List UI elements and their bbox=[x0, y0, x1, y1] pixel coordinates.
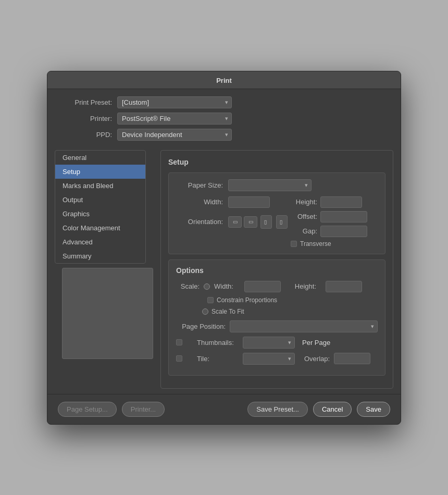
panel-title: Setup bbox=[168, 158, 385, 166]
page-position-label: Page Position: bbox=[176, 323, 226, 330]
dialog-title: Print bbox=[216, 77, 232, 84]
printer-row: Printer: PostScript® File bbox=[60, 113, 388, 125]
paper-size-section: Paper Size: Width: bbox=[168, 172, 385, 254]
print-preset-select[interactable]: [Custom] bbox=[117, 96, 232, 108]
offset-spinner: ▲ ▼ bbox=[320, 211, 367, 222]
sidebar: General Setup Marks and Bleed Output Gra… bbox=[55, 150, 146, 264]
scale-to-fit-row: Scale To Fit bbox=[202, 308, 378, 315]
footer-right: Save Preset... Cancel Save bbox=[247, 402, 390, 417]
gap-row: Gap: ▲ ▼ bbox=[294, 226, 367, 237]
printer-select-wrapper: PostScript® File bbox=[117, 113, 232, 125]
per-page-label: Per Page bbox=[302, 339, 330, 346]
orient-landscape-flip-btn[interactable]: ▭ bbox=[276, 215, 288, 229]
print-preset-row: Print Preset: [Custom] bbox=[60, 96, 388, 108]
thumbnails-checkbox[interactable] bbox=[176, 339, 182, 345]
page-position-select[interactable] bbox=[230, 320, 378, 332]
footer: Page Setup... Printer... Save Preset... … bbox=[47, 394, 401, 424]
scale-row: Scale: Width: Height: bbox=[176, 281, 378, 292]
orient-portrait-flip-btn[interactable]: ▭ bbox=[244, 216, 257, 228]
gap-spinner: ▲ ▼ bbox=[320, 226, 367, 237]
width-row: Width: bbox=[176, 196, 289, 208]
thumbnails-select[interactable] bbox=[243, 337, 295, 349]
orientation-buttons: ▭ ▭ ▭ ▭ bbox=[228, 216, 289, 228]
main-content: General Setup Marks and Bleed Output Gra… bbox=[55, 150, 393, 389]
cancel-button[interactable]: Cancel bbox=[313, 402, 352, 417]
scale-label: Scale: bbox=[176, 282, 200, 290]
tile-checkbox[interactable] bbox=[176, 355, 182, 362]
orientation-row: Orientation: ▭ ▭ ▭ ▭ bbox=[176, 216, 289, 228]
constrain-label: Constrain Proportions bbox=[217, 296, 277, 304]
title-bar: Print bbox=[47, 71, 401, 89]
options-section: Options Scale: Width: Height: Constrain … bbox=[168, 259, 385, 376]
offset-label: Offset: bbox=[294, 213, 317, 220]
right-panel: Setup Paper Size: Width: bbox=[160, 150, 393, 389]
paper-size-label: Paper Size: bbox=[176, 181, 223, 189]
page-setup-button[interactable]: Page Setup... bbox=[58, 402, 117, 417]
thumbnails-select-wrapper bbox=[243, 337, 295, 349]
width-input[interactable] bbox=[228, 196, 270, 208]
scale-width-label: Width: bbox=[214, 282, 235, 290]
preview-box bbox=[62, 268, 153, 359]
gap-label: Gap: bbox=[294, 227, 317, 235]
paper-size-row: Paper Size: bbox=[176, 179, 378, 191]
ppd-row: PPD: Device Independent bbox=[60, 129, 388, 141]
paper-size-select-wrapper bbox=[228, 179, 312, 191]
print-preset-select-wrapper: [Custom] bbox=[117, 96, 232, 108]
printer-select[interactable]: PostScript® File bbox=[117, 113, 232, 125]
sidebar-item-advanced[interactable]: Advanced bbox=[55, 235, 145, 249]
sidebar-item-setup[interactable]: Setup bbox=[55, 165, 145, 179]
transverse-checkbox[interactable] bbox=[291, 241, 297, 247]
sidebar-item-graphics[interactable]: Graphics bbox=[55, 207, 145, 221]
save-button[interactable]: Save bbox=[357, 402, 390, 417]
footer-left: Page Setup... Printer... bbox=[58, 402, 165, 417]
sidebar-item-general[interactable]: General bbox=[55, 151, 145, 165]
orient-portrait-btn[interactable]: ▭ bbox=[228, 216, 242, 228]
save-preset-button[interactable]: Save Preset... bbox=[247, 402, 308, 417]
offset-row: Offset: ▲ ▼ bbox=[294, 211, 367, 222]
scale-height-input[interactable] bbox=[326, 281, 362, 292]
printer-label: Printer: bbox=[60, 115, 112, 122]
constrain-row: Constrain Proportions bbox=[207, 296, 378, 304]
constrain-checkbox[interactable] bbox=[207, 297, 214, 303]
gap-input[interactable] bbox=[321, 226, 367, 237]
sidebar-item-color-management[interactable]: Color Management bbox=[55, 221, 145, 235]
overlap-input[interactable] bbox=[334, 353, 370, 364]
print-preset-label: Print Preset: bbox=[60, 98, 112, 106]
sidebar-item-marks-and-bleed[interactable]: Marks and Bleed bbox=[55, 179, 145, 193]
height-label-right: Height: bbox=[294, 198, 317, 206]
height-row-right: Height: bbox=[294, 196, 367, 208]
scale-height-label: Height: bbox=[290, 282, 316, 290]
scale-radio[interactable] bbox=[204, 283, 210, 290]
header-section: Print Preset: [Custom] Printer: PostScri… bbox=[47, 89, 401, 150]
height-input[interactable] bbox=[320, 196, 362, 208]
tile-select-wrapper bbox=[243, 353, 295, 365]
printer-button[interactable]: Printer... bbox=[122, 402, 165, 417]
page-position-select-wrapper bbox=[230, 320, 378, 332]
scale-width-input[interactable] bbox=[244, 281, 281, 292]
ppd-label: PPD: bbox=[60, 131, 112, 139]
sidebar-column: General Setup Marks and Bleed Output Gra… bbox=[55, 150, 160, 389]
offset-input[interactable] bbox=[321, 212, 367, 222]
thumbnails-row: Thumbnails: Per Page bbox=[176, 337, 378, 349]
transverse-row: Transverse bbox=[291, 240, 378, 247]
scale-to-fit-label: Scale To Fit bbox=[211, 308, 244, 315]
transverse-label: Transverse bbox=[300, 240, 331, 247]
print-dialog: Print Print Preset: [Custom] Printer: Po… bbox=[47, 71, 401, 425]
tile-label: Tile: bbox=[197, 355, 239, 363]
sidebar-item-output[interactable]: Output bbox=[55, 193, 145, 207]
thumbnails-label: Thumbnails: bbox=[197, 339, 239, 346]
width-label: Width: bbox=[176, 198, 223, 206]
paper-size-select[interactable] bbox=[228, 179, 312, 191]
tile-select[interactable] bbox=[243, 353, 295, 365]
overlap-label: Overlap: bbox=[304, 355, 330, 363]
ppd-select[interactable]: Device Independent bbox=[117, 129, 232, 141]
orientation-label: Orientation: bbox=[176, 218, 223, 226]
tile-row: Tile: Overlap: bbox=[176, 353, 378, 365]
scale-to-fit-radio[interactable] bbox=[202, 308, 208, 315]
page-position-row: Page Position: bbox=[176, 320, 378, 332]
options-title: Options bbox=[176, 266, 378, 275]
orient-landscape-btn[interactable]: ▭ bbox=[260, 215, 272, 229]
sidebar-item-summary[interactable]: Summary bbox=[55, 249, 145, 263]
ppd-select-wrapper: Device Independent bbox=[117, 129, 232, 141]
